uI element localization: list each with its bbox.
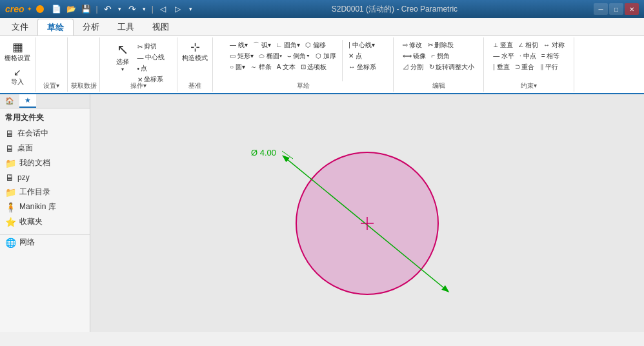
sk-coord-btn[interactable]: ↔ 坐标系	[347, 62, 378, 72]
parallel-btn[interactable]: ∥ 平行	[538, 62, 561, 72]
chamfer-btn[interactable]: ⌣ 倒角▾	[285, 51, 313, 61]
sidebar-tab-home[interactable]: 🏠	[0, 94, 19, 108]
corner-btn[interactable]: ⌐ 拐角	[430, 51, 452, 61]
sidebar-item-pzy[interactable]: 🖥 pzy	[0, 170, 90, 185]
ribbon-group-ops: ↖ 选择 ▾ ✂ 剪切 — 中心线 • 点 ✕ 坐标系 操作▾	[100, 37, 177, 92]
session-icon: 🖥	[5, 128, 14, 139]
ribbon-tab-bar: 文件 草绘 分析 工具 视图	[0, 18, 644, 36]
group-label-getdata: 获取数据	[71, 81, 97, 90]
modify-btn[interactable]: ⇨ 修改	[401, 40, 425, 50]
import-btn[interactable]: ↙ 导入	[8, 66, 27, 88]
ellipse-btn[interactable]: ⬭ 椭圆▾	[257, 51, 284, 61]
midpoint-btn[interactable]: · 中点	[518, 51, 538, 61]
text-btn[interactable]: A 文本	[275, 62, 297, 72]
sidebar-item-mydocs[interactable]: 📁 我的文档	[0, 156, 90, 170]
title-text: S2D0001 (活动的) - Creo Parametric	[196, 4, 594, 15]
point-btn[interactable]: • 点	[136, 63, 166, 74]
mirror-btn[interactable]: ⟺ 镜像	[401, 51, 428, 61]
sk-point-btn[interactable]: ✕ 点	[347, 51, 378, 61]
sk-centerline-btn[interactable]: | 中心线▾	[347, 40, 378, 50]
horizontal-btn[interactable]: — 水平	[491, 51, 516, 61]
sidebar-section-title: 常用文件夹	[0, 108, 90, 126]
sidebar-item-favorites[interactable]: ⭐ 收藏夹	[0, 214, 90, 229]
centerline-btn[interactable]: — 中心线	[136, 52, 166, 63]
back-btn[interactable]: ◁	[157, 3, 170, 15]
group-label-ops: 操作▾	[130, 81, 146, 90]
sidebar-item-manikin[interactable]: 🧍 Manikin 库	[0, 199, 90, 214]
spline-btn[interactable]: ～ 样条	[248, 62, 274, 72]
workdir-icon: 📁	[5, 187, 16, 198]
ribbon-group-constraint: ⊥ 竖直 ∠ 相切 ↔ 对称 — 水平 · 中点 = 相等 | 垂直 ⊃ 重合 …	[484, 37, 574, 92]
sidebar-network: 🌐 网络	[0, 234, 90, 250]
tab-tools[interactable]: 工具	[108, 19, 143, 36]
titlebar: creo ✦ 📄 📂 💾 | ↶ ▾ ↷ ▾ | ◁ ▷ ▾ S2D0001 (…	[0, 0, 644, 18]
sidebar-item-network[interactable]: 🌐 网络	[0, 235, 90, 250]
group-label-edit: 编辑	[432, 81, 445, 90]
group-label-settings: 设置▾	[43, 81, 59, 90]
rect-btn[interactable]: ▭ 矩形▾	[228, 51, 256, 61]
thicken-btn[interactable]: ⬡ 加厚	[314, 51, 338, 61]
construct-mode-btn[interactable]: ⊹ 构造模式	[180, 40, 210, 64]
window-controls: ─ □ ✕	[594, 3, 639, 15]
sidebar-item-desktop[interactable]: 🖥 桌面	[0, 141, 90, 156]
sketch-col2: | 中心线▾ ✕ 点 ↔ 坐标系	[347, 40, 378, 72]
fillet-btn[interactable]: ∟ 圆角▾	[274, 40, 303, 50]
delete-seg-btn[interactable]: ✂ 删除段	[426, 40, 456, 50]
undo-dropdown[interactable]: ▾	[116, 3, 124, 15]
coincident-btn[interactable]: ⊃ 重合	[513, 62, 537, 72]
sketch-col1: — 线▾ ⌒ 弧▾ ∟ 圆角▾ ⬡ 偏移 ▭ 矩形▾ ⬭ 椭圆▾ ⌣ 倒角▾ ⬡…	[228, 40, 338, 72]
tab-view[interactable]: 视图	[143, 19, 178, 36]
new-btn[interactable]: 📄	[50, 3, 63, 15]
canvas-area[interactable]: Ø 4.00	[90, 94, 644, 332]
logo-dot	[36, 5, 44, 13]
app-logo: creo ✦	[5, 4, 44, 14]
offset-btn[interactable]: ⬡ 偏移	[303, 40, 328, 50]
minimize-btn[interactable]: ─	[594, 3, 608, 15]
ribbon-group-grid: ▦ 栅格设置 ↙ 导入	[0, 37, 35, 92]
perp-btn[interactable]: | 垂直	[491, 62, 511, 72]
select-btn[interactable]: ↖ 选择 ▾	[111, 40, 134, 74]
sidebar-item-session[interactable]: 🖥 在会话中	[0, 126, 90, 141]
ribbon-group-sketch: — 线▾ ⌒ 弧▾ ∟ 圆角▾ ⬡ 偏移 ▭ 矩形▾ ⬭ 椭圆▾ ⌣ 倒角▾ ⬡…	[213, 37, 394, 92]
tab-sketch[interactable]: 草绘	[37, 19, 74, 36]
maximize-btn[interactable]: □	[609, 3, 623, 15]
equal-btn[interactable]: = 相等	[539, 51, 562, 61]
sidebar-tab-bar: 🏠 ★	[0, 94, 90, 108]
edit-col: ⇨ 修改 ✂ 删除段 ⟺ 镜像 ⌐ 拐角 ⊿ 分割 ↻ 旋转调整大小	[401, 40, 477, 72]
symmetric-btn[interactable]: ↔ 对称	[541, 40, 567, 50]
sidebar: 🏠 ★ 常用文件夹 🖥 在会话中 🖥 桌面 📁 我的文档 🖥 pzy 📁 工作目…	[0, 94, 90, 332]
save-btn[interactable]: 💾	[80, 3, 93, 15]
arc-btn[interactable]: ⌒ 弧▾	[251, 40, 273, 50]
tab-file[interactable]: 文件	[3, 19, 37, 36]
grid-icon: ▦	[12, 41, 23, 53]
undo-btn[interactable]: ↶	[101, 3, 114, 15]
line-btn[interactable]: — 线▾	[228, 40, 250, 50]
vertical-btn[interactable]: ⊥ 竖直	[491, 40, 515, 50]
ribbon-group-edit: ⇨ 修改 ✂ 删除段 ⟺ 镜像 ⌐ 拐角 ⊿ 分割 ↻ 旋转调整大小 编辑	[394, 37, 484, 92]
rotate-resize-btn[interactable]: ↻ 旋转调整大小	[427, 62, 477, 72]
grid-settings-btn[interactable]: ▦ 栅格设置	[3, 40, 32, 64]
tab-analysis[interactable]: 分析	[74, 19, 108, 36]
tangent-btn[interactable]: ∠ 相切	[516, 40, 540, 50]
palette-btn[interactable]: ⊡ 选项板	[299, 62, 329, 72]
cut-btn[interactable]: ✂ 剪切	[136, 41, 166, 52]
constraint-col: ⊥ 竖直 ∠ 相切 ↔ 对称 — 水平 · 中点 = 相等 | 垂直 ⊃ 重合 …	[491, 40, 566, 72]
open-btn[interactable]: 📂	[65, 3, 78, 15]
redo-btn[interactable]: ↷	[126, 3, 139, 15]
circle-btn[interactable]: ○ 圆▾	[228, 62, 247, 72]
logo-star: ✦	[27, 6, 32, 12]
pzy-icon: 🖥	[5, 172, 14, 183]
ops-tools-col: ✂ 剪切 — 中心线 • 点 ✕ 坐标系	[136, 41, 166, 85]
sidebar-tab-favorites[interactable]: ★	[19, 94, 36, 108]
close-btn[interactable]: ✕	[625, 3, 639, 15]
fwd-btn[interactable]: ▷	[172, 3, 185, 15]
mydocs-icon: 📁	[5, 158, 16, 168]
ribbon-group-getdata: 获取数据	[68, 37, 100, 92]
select-icon: ↖	[117, 43, 128, 57]
sidebar-item-workdir[interactable]: 📁 工作目录	[0, 185, 90, 199]
redo-dropdown[interactable]: ▾	[141, 3, 148, 15]
ribbon-group-settings: 设置▾	[35, 37, 68, 92]
split-btn[interactable]: ⊿ 分割	[401, 62, 426, 72]
qa-dropdown[interactable]: ▾	[186, 3, 196, 15]
logo-icon: creo	[5, 4, 25, 14]
